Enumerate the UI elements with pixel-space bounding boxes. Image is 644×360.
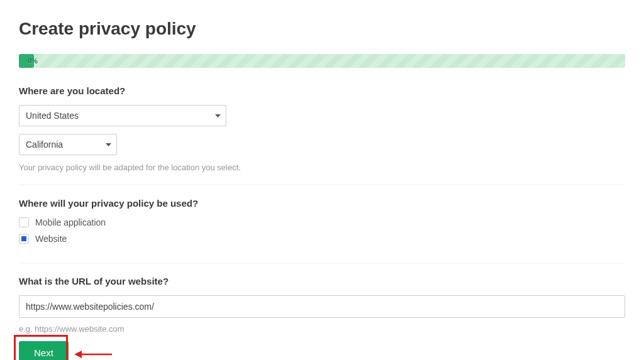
page-title: Create privacy policy [19,19,625,39]
usage-heading: Where will your privacy policy be used? [19,198,625,209]
section-location: Where are you located? United States Cal… [19,85,625,185]
section-url: What is the URL of your website? e.g. ht… [19,276,625,337]
annotation-arrow-icon [74,350,112,359]
next-button[interactable]: Next [19,341,69,360]
section-usage: Where will your privacy policy be used? … [19,198,625,263]
checkbox-label: Website [35,234,67,244]
website-url-input[interactable] [19,295,625,318]
checkbox-website[interactable]: Website [19,234,625,244]
location-heading: Where are you located? [19,85,625,96]
url-heading: What is the URL of your website? [19,276,625,286]
progress-bar: 0% [19,54,625,68]
country-select[interactable]: United States [19,105,226,126]
svg-marker-1 [74,351,82,358]
checkbox-label: Mobile application [35,217,106,227]
checkbox-box [19,234,29,244]
location-helper-text: Your privacy policy will be adapted for … [19,163,625,172]
progress-percent-label: 0% [28,57,38,65]
state-select[interactable]: California [19,134,117,155]
checkbox-mobile-application[interactable]: Mobile application [19,217,625,227]
checkbox-box [19,217,29,227]
url-example-text: e.g. https://www.website.com [19,324,625,334]
